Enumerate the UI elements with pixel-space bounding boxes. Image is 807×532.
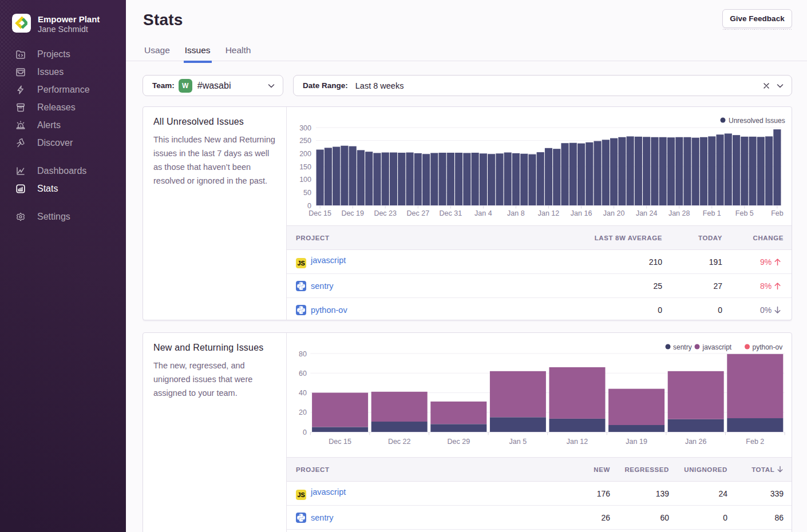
svg-text:Jan 12: Jan 12: [538, 209, 560, 217]
svg-text:Unresolved Issues: Unresolved Issues: [729, 117, 785, 125]
svg-text:200: 200: [299, 150, 311, 158]
svg-text:Dec 31: Dec 31: [439, 209, 462, 217]
svg-text:Dec 15: Dec 15: [329, 438, 351, 446]
svg-text:Jan 16: Jan 16: [571, 209, 592, 217]
svg-text:150: 150: [299, 163, 311, 171]
svg-text:80: 80: [299, 350, 307, 358]
svg-text:Jan 12: Jan 12: [567, 438, 588, 446]
svg-text:python-ov: python-ov: [753, 343, 783, 351]
svg-text:60: 60: [299, 370, 307, 378]
svg-text:sentry: sentry: [673, 343, 692, 351]
svg-text:Dec 19: Dec 19: [341, 209, 364, 217]
svg-text:20: 20: [299, 408, 307, 416]
svg-text:250: 250: [299, 137, 311, 145]
svg-text:0: 0: [307, 202, 311, 210]
svg-text:Jan 19: Jan 19: [626, 438, 647, 446]
svg-text:Dec 22: Dec 22: [388, 438, 411, 446]
svg-text:Jan 8: Jan 8: [507, 209, 525, 217]
svg-text:Jan 26: Jan 26: [685, 438, 707, 446]
svg-text:Dec 29: Dec 29: [447, 438, 470, 446]
svg-text:Jan 5: Jan 5: [509, 438, 527, 446]
svg-text:Jan 28: Jan 28: [668, 209, 690, 217]
svg-text:100: 100: [299, 176, 311, 184]
svg-text:Jan 24: Jan 24: [636, 209, 658, 217]
svg-text:Dec 27: Dec 27: [406, 209, 429, 217]
svg-text:javascript: javascript: [702, 343, 732, 351]
svg-text:Feb 2: Feb 2: [746, 438, 764, 446]
svg-text:Feb: Feb: [771, 209, 784, 217]
svg-text:Dec 23: Dec 23: [374, 209, 397, 217]
svg-text:Feb 1: Feb 1: [703, 209, 721, 217]
svg-text:Feb 5: Feb 5: [735, 209, 754, 217]
svg-text:300: 300: [299, 124, 311, 132]
svg-text:50: 50: [303, 189, 311, 197]
svg-text:0: 0: [303, 428, 307, 436]
svg-text:Dec 15: Dec 15: [308, 209, 331, 217]
svg-text:Jan 4: Jan 4: [474, 209, 492, 217]
svg-text:Jan 20: Jan 20: [603, 209, 625, 217]
svg-text:40: 40: [299, 389, 307, 397]
